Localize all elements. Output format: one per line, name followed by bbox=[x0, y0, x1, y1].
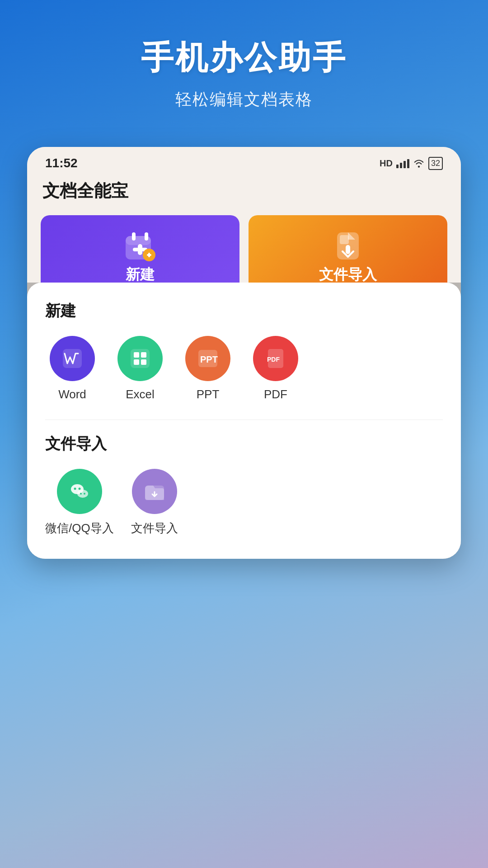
svg-point-39 bbox=[80, 493, 82, 495]
signal-icon bbox=[396, 158, 409, 168]
header-subtitle: 轻松编辑文档表格 bbox=[18, 89, 470, 111]
header-title: 手机办公助手 bbox=[18, 36, 470, 80]
popup-excel-icon bbox=[117, 336, 163, 381]
svg-rect-28 bbox=[141, 352, 146, 358]
popup-import-section: 文件导入 bbox=[45, 434, 443, 536]
status-time: 11:52 bbox=[45, 156, 78, 170]
battery-icon: 32 bbox=[428, 157, 443, 170]
popup-wechat-label: 微信/QQ导入 bbox=[45, 520, 114, 536]
status-icons: HD 32 bbox=[380, 157, 443, 170]
popup-card: 新建 Word bbox=[27, 283, 461, 559]
popup-file-import-icon bbox=[132, 469, 177, 514]
popup-pdf-item[interactable]: PDF PDF bbox=[249, 336, 303, 401]
popup-pdf-icon: PDF bbox=[253, 336, 298, 381]
svg-rect-30 bbox=[141, 359, 146, 365]
phone-mockup: 11:52 HD 32 文档全能宝 bbox=[27, 147, 461, 559]
popup-word-item[interactable]: Word bbox=[45, 336, 99, 401]
svg-rect-26 bbox=[131, 349, 150, 368]
status-bar: 11:52 HD 32 bbox=[27, 147, 461, 175]
popup-new-title: 新建 bbox=[45, 301, 443, 321]
svg-rect-10 bbox=[340, 235, 349, 244]
svg-rect-11 bbox=[346, 245, 350, 254]
popup-ppt-item[interactable]: PPT PPT bbox=[181, 336, 235, 401]
svg-rect-3 bbox=[145, 232, 148, 241]
popup-wechat-icon bbox=[57, 469, 102, 514]
popup-wechat-item[interactable]: 微信/QQ导入 bbox=[45, 469, 114, 536]
svg-text:PDF: PDF bbox=[267, 356, 280, 363]
new-icon bbox=[122, 229, 158, 265]
svg-point-36 bbox=[77, 490, 88, 498]
popup-word-label: Word bbox=[58, 387, 86, 401]
app-title: 文档全能宝 bbox=[41, 179, 447, 203]
hd-label: HD bbox=[380, 158, 393, 169]
popup-file-import-label: 文件导入 bbox=[131, 520, 178, 536]
header: 手机办公助手 轻松编辑文档表格 bbox=[0, 0, 488, 129]
popup-new-section: 新建 Word bbox=[45, 301, 443, 401]
svg-text:PPT: PPT bbox=[200, 354, 218, 364]
popup-divider bbox=[45, 420, 443, 420]
svg-rect-29 bbox=[134, 359, 139, 365]
battery-level: 32 bbox=[431, 159, 440, 168]
import-label: 文件导入 bbox=[319, 265, 377, 285]
svg-rect-8 bbox=[148, 253, 150, 257]
popup-new-row: Word bbox=[45, 336, 443, 401]
popup-import-row: 微信/QQ导入 文件导入 bbox=[45, 469, 443, 536]
svg-point-38 bbox=[78, 488, 80, 490]
popup-word-icon bbox=[50, 336, 95, 381]
svg-point-40 bbox=[84, 493, 85, 495]
svg-point-37 bbox=[74, 488, 76, 490]
popup-ppt-icon: PPT bbox=[185, 336, 230, 381]
popup-import-title: 文件导入 bbox=[45, 434, 443, 454]
popup-excel-label: Excel bbox=[126, 387, 155, 401]
wifi-icon bbox=[413, 159, 425, 168]
popup-file-import-item[interactable]: 文件导入 bbox=[127, 469, 182, 536]
popup-overlay: 新建 Word bbox=[27, 283, 461, 559]
svg-rect-27 bbox=[134, 352, 139, 358]
import-icon bbox=[330, 229, 366, 265]
popup-ppt-label: PPT bbox=[197, 387, 220, 401]
popup-excel-item[interactable]: Excel bbox=[113, 336, 167, 401]
svg-rect-2 bbox=[132, 232, 136, 241]
new-label: 新建 bbox=[126, 265, 155, 285]
popup-pdf-label: PDF bbox=[264, 387, 287, 401]
